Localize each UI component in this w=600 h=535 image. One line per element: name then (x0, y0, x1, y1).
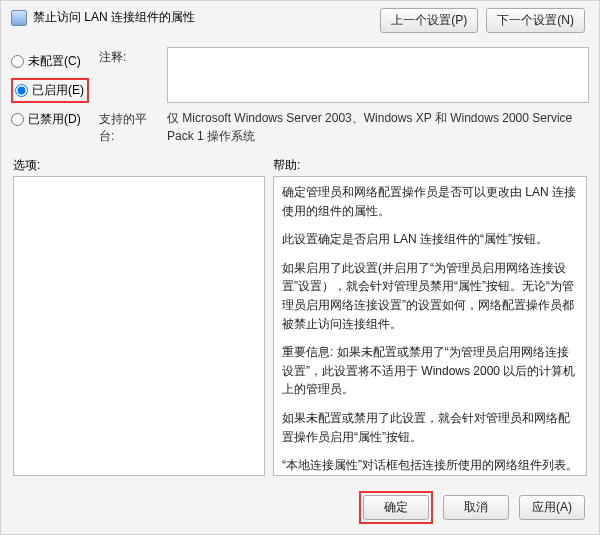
options-panel (13, 176, 265, 476)
comment-label: 注释: (99, 47, 161, 103)
comment-row: 注释: (99, 47, 589, 103)
help-p1: 确定管理员和网络配置操作员是否可以更改由 LAN 连接使用的组件的属性。 (282, 183, 578, 220)
cancel-button[interactable]: 取消 (443, 495, 509, 520)
comment-input[interactable] (167, 47, 589, 103)
radio-enabled[interactable]: 已启用(E) (15, 82, 85, 99)
radio-disabled-input[interactable] (11, 113, 24, 126)
section-labels: 选项: 帮助: (1, 149, 599, 176)
next-setting-button[interactable]: 下一个设置(N) (486, 8, 585, 33)
help-p3: 如果启用了此设置(并启用了“为管理员启用网络连接设置”设置），就会针对管理员禁用… (282, 259, 578, 333)
highlight-ok: 确定 (359, 491, 433, 524)
radio-not-configured-label: 未配置(C) (28, 53, 81, 70)
config-area: 未配置(C) 已启用(E) 已禁用(D) 注释: 支持的平台: 仅 Micros… (1, 41, 599, 149)
radio-not-configured[interactable]: 未配置(C) (11, 53, 89, 70)
dialog-title: 禁止访问 LAN 连接组件的属性 (33, 9, 195, 26)
radio-not-configured-input[interactable] (11, 55, 24, 68)
state-radio-group: 未配置(C) 已启用(E) 已禁用(D) (11, 47, 89, 145)
policy-icon (11, 10, 27, 26)
options-label: 选项: (13, 157, 273, 174)
platform-label: 支持的平台: (99, 109, 161, 145)
highlight-enabled: 已启用(E) (11, 78, 89, 103)
help-p2: 此设置确定是否启用 LAN 连接组件的“属性”按钮。 (282, 230, 578, 249)
help-panel[interactable]: 确定管理员和网络配置操作员是否可以更改由 LAN 连接使用的组件的属性。 此设置… (273, 176, 587, 476)
apply-button[interactable]: 应用(A) (519, 495, 585, 520)
radio-disabled-label: 已禁用(D) (28, 111, 81, 128)
help-p6: “本地连接属性”对话框包括连接所使用的网络组件列表。要查看或更改组件的属性，请单… (282, 456, 578, 476)
radio-disabled[interactable]: 已禁用(D) (11, 111, 89, 128)
help-p5: 如果未配置或禁用了此设置，就会针对管理员和网络配置操作员启用“属性”按钮。 (282, 409, 578, 446)
help-label: 帮助: (273, 157, 587, 174)
platform-text: 仅 Microsoft Windows Server 2003、Windows … (167, 109, 589, 145)
help-p4: 重要信息: 如果未配置或禁用了“为管理员启用网络连接设置”，此设置将不适用于 W… (282, 343, 578, 399)
radio-enabled-input[interactable] (15, 84, 28, 97)
dialog-buttons: 确定 取消 应用(A) (359, 491, 585, 524)
dialog-window: 禁止访问 LAN 连接组件的属性 上一个设置(P) 下一个设置(N) 未配置(C… (0, 0, 600, 535)
platform-row: 支持的平台: 仅 Microsoft Windows Server 2003、W… (99, 109, 589, 145)
prev-setting-button[interactable]: 上一个设置(P) (380, 8, 478, 33)
panels: 确定管理员和网络配置操作员是否可以更改由 LAN 连接使用的组件的属性。 此设置… (1, 176, 599, 476)
radio-enabled-label: 已启用(E) (32, 82, 84, 99)
fields-col: 注释: 支持的平台: 仅 Microsoft Windows Server 20… (99, 47, 589, 145)
ok-button[interactable]: 确定 (363, 495, 429, 520)
